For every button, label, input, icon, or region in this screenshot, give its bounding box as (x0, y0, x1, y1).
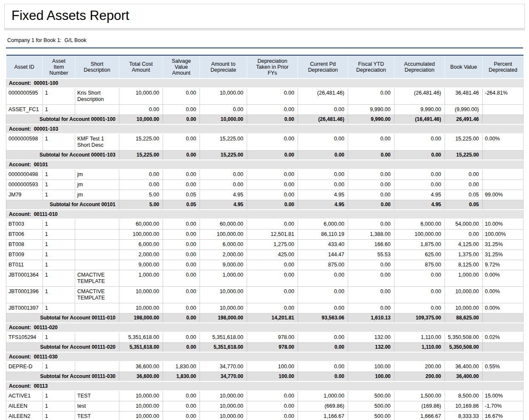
account-band-row: Account: 00101 (6, 160, 523, 169)
fiscal-ytd-depreciation-cell: 500.00 (348, 401, 394, 412)
amount-to-depreciate-subtotal: 10,000.00 (200, 115, 247, 125)
percent-depreciated-subtotal (483, 200, 523, 210)
depreciation-taken-prior-fys-cell: 0.00 (247, 270, 298, 287)
fiscal-ytd-depreciation-cell: 166.60 (348, 240, 394, 250)
current-pd-depreciation-cell: 875.00 (298, 260, 348, 270)
total-cost-amount-subtotal: 36,600.00 (119, 372, 163, 382)
total-cost-amount-subtotal: 10,000.00 (119, 115, 163, 125)
depreciation-taken-prior-fys-cell: 425.00 (247, 250, 298, 260)
page-title: Fixed Assets Report (11, 8, 518, 23)
book-value-cell: 8,500.00 (445, 391, 483, 401)
asset-item-number-cell: 1 (43, 270, 75, 287)
accumulated-depreciation-cell: 9,990.00 (394, 105, 445, 115)
percent-depreciated-cell: 9.72% (483, 260, 523, 270)
asset-item-number-cell: 1 (43, 134, 75, 151)
asset-id-cell: 0000000593 (6, 180, 43, 190)
header-row: Asset IDAsset Item NumberShort Descripti… (6, 55, 523, 78)
report-subtitle: Company 1 for Book 1: G/L Book (7, 37, 523, 43)
depreciation-taken-prior-fys-cell: 0.00 (247, 260, 298, 270)
asset-item-number-cell: 1 (43, 190, 75, 200)
percent-depreciated-cell: 16.67% (483, 412, 523, 420)
table-row: 00000005951Kris Short Description10,000.… (6, 88, 523, 105)
percent-depreciated-cell: 0.00% (483, 287, 523, 303)
short-description-cell: test (75, 401, 119, 412)
book-value-cell: 1,000.00 (445, 270, 483, 287)
amount-to-depreciate-subtotal: 34,770.00 (200, 372, 247, 382)
depreciation-taken-prior-fys-subtotal: 0.00 (247, 151, 298, 160)
asset-id-cell: 0000000498 (6, 169, 43, 180)
accumulated-depreciation-subtotal: 4.95 (394, 200, 445, 210)
depreciation-taken-prior-fys-subtotal: 14,201.81 (247, 314, 298, 323)
percent-depreciated-cell: 15.00% (483, 391, 523, 401)
asset-id-cell: BT009 (6, 250, 43, 260)
total-cost-amount-cell: 10,000.00 (119, 391, 163, 401)
short-description-cell: jm (75, 169, 119, 180)
subtotal-row: Subtotal for Account 00111-010198,000.00… (6, 314, 523, 323)
current-pd-depreciation-subtotal: 0.00 (298, 372, 348, 382)
total-cost-amount-cell: 0.00 (119, 105, 163, 115)
fiscal-ytd-depreciation-subtotal: 9,990.00 (348, 115, 394, 125)
salvage-value-amount-cell: 0.00 (163, 270, 200, 287)
book-value-cell: 1,375.00 (445, 250, 483, 260)
depreciation-taken-prior-fys-cell: 0.00 (247, 190, 298, 200)
short-description-cell: CMACTIVE TEMPLATE (75, 270, 119, 287)
current-pd-depreciation-cell: 0.00 (298, 332, 348, 343)
total-cost-amount-cell: 2,000.00 (119, 250, 163, 260)
accumulated-depreciation-cell: 625.00 (394, 250, 445, 260)
asset-item-number-cell: 1 (43, 169, 75, 180)
book-value-subtotal: 26,491.46 (445, 115, 483, 125)
col-header-short-description: Short Description (75, 55, 119, 78)
current-pd-depreciation-cell: 0.00 (298, 270, 348, 287)
amount-to-depreciate-cell: 60,000.00 (200, 219, 247, 230)
depreciation-taken-prior-fys-cell: 0.00 (247, 287, 298, 303)
account-band-row: Account: 00113 (6, 381, 523, 391)
total-cost-amount-cell: 10,000.00 (119, 303, 163, 314)
percent-depreciated-cell: 31.25% (483, 240, 523, 250)
depreciation-taken-prior-fys-cell: 0.00 (247, 391, 298, 401)
accumulated-depreciation-cell: (26,481.46) (394, 88, 445, 105)
current-pd-depreciation-cell: 0.00 (298, 180, 348, 190)
accumulated-depreciation-cell: 0.00 (394, 303, 445, 314)
short-description-cell: Kris Short Description (75, 88, 119, 105)
total-cost-amount-cell: 9,000.00 (119, 260, 163, 270)
amount-to-depreciate-cell: 0.00 (200, 180, 247, 190)
current-pd-depreciation-cell: 433.40 (298, 240, 348, 250)
salvage-value-amount-subtotal: 0.00 (163, 314, 200, 323)
fiscal-ytd-depreciation-cell: 1,388.00 (348, 230, 394, 240)
percent-depreciated-subtotal (483, 151, 523, 160)
percent-depreciated-subtotal (483, 372, 523, 382)
amount-to-depreciate-cell: 100,000.00 (200, 230, 247, 240)
accumulated-depreciation-subtotal: 109,375.00 (394, 314, 445, 323)
book-value-cell: 36,400.00 (445, 361, 483, 372)
amount-to-depreciate-cell: 9,000.00 (200, 260, 247, 270)
current-pd-depreciation-cell: 4.95 (298, 190, 348, 200)
accumulated-depreciation-subtotal: 0.00 (394, 151, 445, 160)
book-value-cell: 0.00 (445, 230, 483, 240)
total-cost-amount-subtotal: 15,225.00 (119, 151, 163, 160)
accumulated-depreciation-cell: 1,500.00 (394, 391, 445, 401)
divider-rule (6, 48, 523, 48)
fiscal-ytd-depreciation-cell: 0.00 (348, 88, 394, 105)
salvage-value-amount-cell: 0.00 (163, 287, 200, 303)
fiscal-ytd-depreciation-subtotal: 0.00 (348, 151, 394, 160)
book-value-cell: 0.05 (445, 190, 483, 200)
asset-id-cell: JBT0001364 (6, 270, 43, 287)
fiscal-ytd-depreciation-cell: 55.53 (348, 250, 394, 260)
book-value-cell: 8,333.33 (445, 412, 483, 420)
total-cost-amount-cell: 10,000.00 (119, 412, 163, 420)
amount-to-depreciate-cell: 0.00 (200, 169, 247, 180)
salvage-value-amount-subtotal: 0.00 (163, 343, 200, 353)
total-cost-amount-cell: 5,351,618.00 (119, 332, 163, 343)
table-row: BT0061100,000.000.00100,000.0012,501.818… (6, 230, 523, 240)
col-header-asset-id: Asset ID (6, 55, 43, 78)
book-value-cell: 0.00 (445, 169, 483, 180)
percent-depreciated-cell: 31.25% (483, 250, 523, 260)
current-pd-depreciation-cell: 86,110.19 (298, 230, 348, 240)
current-pd-depreciation-cell: 0.00 (298, 105, 348, 115)
amount-to-depreciate-cell: 6,000.00 (200, 240, 247, 250)
fiscal-ytd-depreciation-cell: 0.00 (348, 190, 394, 200)
asset-item-number-cell: 1 (43, 412, 75, 420)
fiscal-ytd-depreciation-cell: 9,990.00 (348, 105, 394, 115)
current-pd-depreciation-subtotal: 93,563.06 (298, 314, 348, 323)
current-pd-depreciation-cell: 1,000.00 (298, 391, 348, 401)
